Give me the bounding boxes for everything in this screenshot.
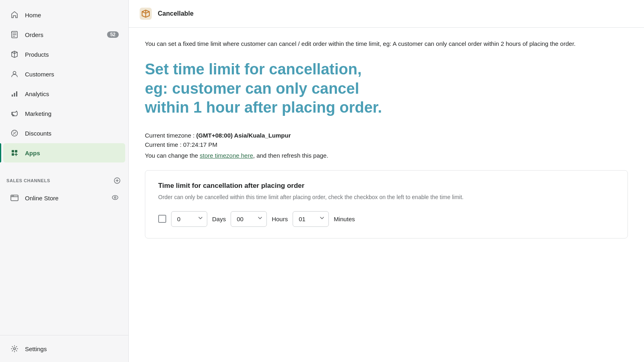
svg-rect-2	[12, 95, 13, 97]
sidebar-item-apps[interactable]: Apps	[3, 143, 125, 162]
hero-line3: within 1 hour after placing order.	[145, 99, 382, 116]
sidebar-item-apps-label: Apps	[25, 150, 40, 156]
apps-icon	[10, 148, 19, 158]
sidebar-item-discounts-label: Discounts	[25, 130, 52, 137]
time-limit-desc: Order can only be cancelled within this …	[158, 193, 615, 202]
hours-select[interactable]: 0001020304050607080910111213141516171819…	[231, 211, 267, 227]
svg-rect-3	[14, 93, 15, 97]
time-limit-checkbox[interactable]	[158, 215, 166, 223]
eye-icon[interactable]	[111, 194, 119, 202]
content-area: You can set a fixed time limit where cus…	[129, 28, 644, 255]
timezone-value: (GMT+08:00) Asia/Kuala_Lumpur	[196, 132, 291, 139]
svg-rect-4	[16, 91, 17, 97]
sidebar-item-home-label: Home	[25, 12, 41, 19]
minutes-select-wrapper: 000102030405101520304559	[293, 211, 329, 227]
add-sales-channel-button[interactable]	[112, 176, 122, 185]
svg-rect-8	[12, 150, 14, 152]
online-store-label: Online Store	[25, 195, 58, 202]
svg-point-13	[12, 195, 13, 196]
products-icon	[10, 49, 19, 59]
time-inputs-row: 01234567 Days 00010203040506070809101112…	[158, 211, 615, 227]
hours-select-wrapper: 0001020304050607080910111213141516171819…	[231, 211, 267, 227]
svg-point-16	[114, 197, 116, 198]
app-header-icon	[138, 6, 153, 21]
days-select-wrapper: 01234567	[171, 211, 207, 227]
hours-label: Hours	[272, 216, 288, 222]
minutes-label: Minutes	[334, 216, 355, 222]
analytics-icon	[10, 89, 19, 99]
app-header: Cancellable	[129, 0, 644, 28]
sidebar-item-customers[interactable]: Customers	[3, 64, 125, 84]
timezone-row: Current timezone : (GMT+08:00) Asia/Kual…	[145, 132, 628, 139]
sidebar-item-analytics-label: Analytics	[25, 90, 49, 97]
sidebar-item-products[interactable]: Products	[3, 45, 125, 64]
orders-badge: 52	[107, 31, 119, 38]
sidebar-item-customers-label: Customers	[25, 71, 54, 78]
timezone-link-row: You can change the store timezone here, …	[145, 152, 628, 159]
timezone-section: Current timezone : (GMT+08:00) Asia/Kual…	[145, 132, 628, 148]
orders-icon	[10, 30, 19, 39]
sidebar-item-settings[interactable]: Settings	[3, 339, 125, 358]
settings-icon	[10, 344, 19, 354]
customers-icon	[10, 69, 19, 79]
sidebar-item-online-store[interactable]: Online Store	[3, 188, 125, 208]
sidebar-item-home[interactable]: Home	[3, 5, 125, 25]
svg-point-7	[15, 134, 16, 135]
svg-rect-10	[12, 153, 14, 156]
sidebar-item-discounts[interactable]: Discounts	[3, 123, 125, 143]
svg-point-1	[13, 72, 16, 74]
sidebar-item-marketing-label: Marketing	[25, 110, 52, 117]
svg-point-15	[112, 195, 118, 200]
time-limit-section: Time limit for cancellation after placin…	[145, 170, 628, 239]
sales-channels-header: SALES CHANNELS	[0, 171, 128, 188]
discounts-icon	[10, 128, 19, 138]
sidebar-item-orders[interactable]: Orders 52	[3, 25, 125, 44]
store-timezone-link[interactable]: store timezone here	[200, 152, 253, 159]
marketing-icon	[10, 109, 19, 118]
hero-line2: eg: customer can only cancel	[145, 80, 359, 97]
main-content: Cancellable You can set a fixed time lim…	[129, 0, 644, 362]
online-store-icon	[10, 193, 19, 203]
current-time-label: Current time :	[145, 141, 182, 148]
hero-line1: Set time limit for cancellation,	[145, 61, 361, 78]
timezone-change-suffix: , and then refresh this page.	[253, 152, 328, 159]
timezone-change-prefix: You can change the	[145, 152, 200, 159]
time-limit-title: Time limit for cancellation after placin…	[158, 182, 615, 190]
sales-channels-label: SALES CHANNELS	[6, 178, 50, 183]
sidebar-item-marketing[interactable]: Marketing	[3, 104, 125, 123]
sidebar-item-orders-label: Orders	[25, 31, 43, 38]
svg-rect-9	[15, 150, 17, 152]
app-title: Cancellable	[158, 10, 194, 17]
sidebar-item-analytics[interactable]: Analytics	[3, 84, 125, 103]
minutes-select[interactable]: 000102030405101520304559	[293, 211, 329, 227]
current-time-value: 07:24:17 PM	[183, 141, 217, 148]
svg-point-14	[13, 195, 14, 196]
svg-point-17	[14, 348, 16, 350]
current-time-row: Current time : 07:24:17 PM	[145, 141, 628, 148]
description-text: You can set a fixed time limit where cus…	[145, 39, 628, 49]
home-icon	[10, 10, 19, 20]
days-select[interactable]: 01234567	[171, 211, 207, 227]
sidebar-item-products-label: Products	[25, 51, 49, 58]
hero-text: Set time limit for cancellation, eg: cus…	[145, 60, 628, 117]
timezone-label: Current timezone :	[145, 132, 194, 139]
days-label: Days	[212, 216, 226, 222]
sidebar-item-settings-label: Settings	[25, 346, 47, 352]
svg-point-6	[13, 132, 14, 133]
sidebar: Home Orders 52 Products	[0, 0, 129, 362]
